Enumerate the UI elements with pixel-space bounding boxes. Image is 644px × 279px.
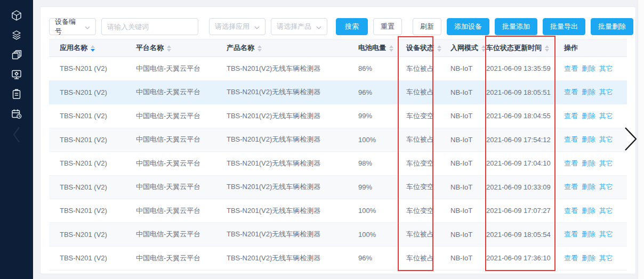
sidebar-collapse-button[interactable] <box>0 125 33 144</box>
table-row[interactable]: TBS-N201 (V2)中国电信-天翼云平台TBS-N201(V2)无线车辆检… <box>49 247 627 270</box>
cell-actions: 查看删除其它 <box>553 128 627 152</box>
sort-asc-icon <box>167 45 171 48</box>
cell-battery: 99% <box>348 175 396 199</box>
sort-desc-icon <box>437 49 441 52</box>
action-delete-link[interactable]: 删除 <box>582 254 595 262</box>
action-delete-link[interactable]: 删除 <box>582 207 595 215</box>
column-header-updated[interactable]: 车位状态更新时间 <box>476 39 553 57</box>
batch-delete-button[interactable]: 批量删除 <box>591 18 633 35</box>
action-view-link[interactable]: 查看 <box>564 230 578 238</box>
cell-product: TBS-N201(V2)无线车辆检测器 <box>216 152 348 176</box>
table-row[interactable]: TBS-N201 (V2)中国电信-天翼云平台TBS-N201(V2)无线车辆检… <box>49 57 627 81</box>
cell-status: 车位被占 <box>396 223 440 247</box>
sort-asc-icon <box>91 45 95 48</box>
column-header-battery[interactable]: 电池电量 <box>348 39 396 57</box>
sort-desc-icon <box>481 49 486 52</box>
table-row[interactable]: TBS-N201 (V2)中国电信-天翼云平台TBS-N201(V2)无线车辆检… <box>49 80 627 104</box>
sidebar-item-products[interactable] <box>0 45 33 64</box>
sidebar <box>0 0 33 279</box>
action-delete-link[interactable]: 删除 <box>582 64 595 72</box>
action-other-link[interactable]: 其它 <box>599 159 613 167</box>
cell-updated: 2021-06-09 17:07:27 <box>476 199 553 223</box>
action-view-link[interactable]: 查看 <box>564 183 578 191</box>
action-view-link[interactable]: 查看 <box>564 64 578 72</box>
table-body: TBS-N201 (V2)中国电信-天翼云平台TBS-N201(V2)无线车辆检… <box>49 57 627 270</box>
cell-platform: 中国电信-天翼云平台 <box>125 128 216 152</box>
cell-network: NB-IoT <box>440 175 476 199</box>
cell-platform: 中国电信-天翼云平台 <box>125 57 216 81</box>
sidebar-item-device-management[interactable] <box>0 64 33 84</box>
column-header-product[interactable]: 产品名称 <box>216 39 348 57</box>
column-header-app[interactable]: 应用名称 <box>49 39 125 57</box>
action-delete-link[interactable]: 删除 <box>582 112 595 120</box>
scrollbar[interactable] <box>638 0 644 279</box>
search-field-select[interactable]: 设备编号 <box>49 18 96 35</box>
action-other-link[interactable]: 其它 <box>599 64 613 72</box>
device-table-wrapper: 应用名称平台名称产品名称电池电量设备状态入网模式车位状态更新时间操作 TBS-N… <box>41 35 635 270</box>
table-row[interactable]: TBS-N201 (V2)中国电信-天翼云平台TBS-N201(V2)无线车辆检… <box>49 223 627 247</box>
table-row[interactable]: TBS-N201 (V2)中国电信-天翼云平台TBS-N201(V2)无线车辆检… <box>49 199 627 223</box>
action-view-link[interactable]: 查看 <box>564 254 578 262</box>
sort-asc-icon <box>257 45 262 48</box>
device-list-panel: 设备编号 请选择应用 请选择产品 <box>40 6 636 274</box>
product-select[interactable]: 请选择产品 <box>271 18 327 35</box>
cell-network: NB-IoT <box>440 223 476 247</box>
sidebar-item-reports[interactable] <box>0 84 33 104</box>
cell-battery: 96% <box>348 247 396 270</box>
action-other-link[interactable]: 其它 <box>599 207 613 215</box>
refresh-button[interactable]: 刷新 <box>413 18 441 35</box>
action-view-link[interactable]: 查看 <box>564 88 578 96</box>
action-view-link[interactable]: 查看 <box>564 135 578 143</box>
device-table: 应用名称平台名称产品名称电池电量设备状态入网模式车位状态更新时间操作 TBS-N… <box>49 39 627 270</box>
cell-updated: 2021-06-09 10:33:09 <box>476 175 553 199</box>
product-select-placeholder: 请选择产品 <box>277 22 311 31</box>
action-other-link[interactable]: 其它 <box>599 254 613 262</box>
action-delete-link[interactable]: 删除 <box>582 159 595 167</box>
action-delete-link[interactable]: 删除 <box>582 183 595 191</box>
table-row[interactable]: TBS-N201 (V2)中国电信-天翼云平台TBS-N201(V2)无线车辆检… <box>49 128 627 152</box>
batch-add-button[interactable]: 批量添加 <box>495 18 537 35</box>
action-other-link[interactable]: 其它 <box>599 112 613 120</box>
column-label: 平台名称 <box>136 44 164 52</box>
sidebar-item-devices[interactable] <box>0 5 33 25</box>
action-other-link[interactable]: 其它 <box>599 88 613 96</box>
column-header-platform[interactable]: 平台名称 <box>125 39 216 57</box>
schedule-calendar-icon <box>11 108 22 120</box>
column-header-status[interactable]: 设备状态 <box>396 39 440 57</box>
action-other-link[interactable]: 其它 <box>599 135 613 143</box>
action-view-link[interactable]: 查看 <box>564 112 578 120</box>
cell-status: 车位变空 <box>396 175 440 199</box>
cell-app: TBS-N201 (V2) <box>49 152 125 176</box>
cell-battery: 100% <box>348 199 396 223</box>
action-delete-link[interactable]: 删除 <box>582 135 595 143</box>
sidebar-item-schedule[interactable] <box>0 104 33 124</box>
cell-platform: 中国电信-天翼云平台 <box>125 175 216 199</box>
table-row[interactable]: TBS-N201 (V2)中国电信-天翼云平台TBS-N201(V2)无线车辆检… <box>49 175 627 199</box>
action-delete-link[interactable]: 删除 <box>582 88 595 96</box>
next-page-button[interactable] <box>624 127 638 153</box>
cell-updated: 2021-06-09 18:04:55 <box>476 104 553 128</box>
search-button[interactable]: 搜索 <box>336 18 368 35</box>
action-view-link[interactable]: 查看 <box>564 207 578 215</box>
sort-carets-icon <box>481 45 486 52</box>
table-row[interactable]: TBS-N201 (V2)中国电信-天翼云平台TBS-N201(V2)无线车辆检… <box>49 104 627 128</box>
app-select[interactable]: 请选择应用 <box>209 18 265 35</box>
sidebar-item-applications[interactable] <box>0 25 33 45</box>
column-label: 车位状态更新时间 <box>486 44 542 52</box>
keyword-input[interactable] <box>101 18 198 35</box>
batch-export-button[interactable]: 批量导出 <box>543 18 585 35</box>
column-header-network[interactable]: 入网模式 <box>440 39 476 57</box>
cell-app: TBS-N201 (V2) <box>49 247 125 270</box>
action-view-link[interactable]: 查看 <box>564 159 578 167</box>
action-other-link[interactable]: 其它 <box>599 183 613 191</box>
sort-desc-icon <box>257 49 262 52</box>
reset-button[interactable]: 重置 <box>373 18 402 35</box>
table-row[interactable]: TBS-N201 (V2)中国电信-天翼云平台TBS-N201(V2)无线车辆检… <box>49 152 627 176</box>
cell-battery: 100% <box>348 223 396 247</box>
sort-carets-icon <box>257 45 262 52</box>
chevron-down-icon <box>82 23 90 31</box>
cell-status: 车位被占 <box>396 247 440 270</box>
add-device-button[interactable]: 添加设备 <box>447 18 489 35</box>
action-other-link[interactable]: 其它 <box>599 230 613 238</box>
action-delete-link[interactable]: 删除 <box>582 230 595 238</box>
